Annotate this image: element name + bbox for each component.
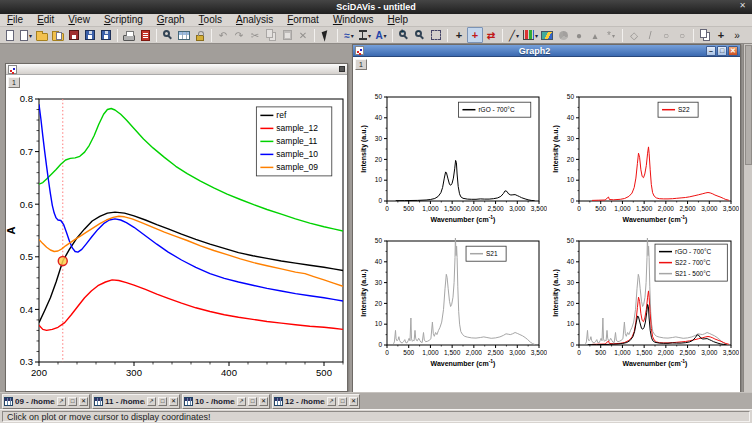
toolbar-separator	[622, 29, 623, 42]
svg-text:50: 50	[375, 237, 383, 244]
taskbar-undock-icon[interactable]: ↗	[147, 397, 156, 406]
results-log-button[interactable]	[176, 27, 192, 43]
scidavis-app: SciDAVis - untitled ✕ FileEditViewScript…	[0, 0, 752, 423]
svg-text:3,000: 3,000	[701, 205, 718, 212]
svg-text:200: 200	[31, 367, 47, 378]
menu-help[interactable]: Help	[380, 14, 415, 26]
draw-line-button[interactable]: ╱▾	[506, 27, 522, 43]
export-pdf-button[interactable]	[137, 27, 153, 43]
raman-plot-rgo[interactable]: 05001,0001,5002,0002,5003,0003,500010203…	[357, 89, 547, 229]
svg-text:2,500: 2,500	[679, 205, 696, 212]
menu-format[interactable]: Format	[280, 14, 326, 26]
open-template-button[interactable]	[50, 27, 66, 43]
app-titlebar[interactable]: SciDAVis - untitled ✕	[0, 0, 752, 14]
svg-text:50: 50	[567, 93, 575, 100]
graph2-titlebar[interactable]: Graph2 –□✕	[353, 45, 740, 57]
add-image-button[interactable]	[539, 27, 555, 43]
plot-3d-icon: ●	[576, 30, 582, 41]
import-data-button[interactable]	[66, 27, 82, 43]
open-project-button[interactable]	[34, 27, 50, 43]
taskbar-close-icon[interactable]: ✕	[169, 397, 178, 406]
svg-text:sample_11: sample_11	[276, 136, 317, 146]
taskbar-undock-icon[interactable]: ↗	[57, 397, 66, 406]
save-as-button[interactable]	[98, 27, 114, 43]
arrange-layers-button[interactable]	[697, 27, 713, 43]
taskbar-item-3[interactable]: 10 - /home/...↗□✕	[182, 394, 270, 409]
new-aspect-button[interactable]: ▾	[18, 27, 34, 43]
data-reader-button[interactable]: +	[467, 27, 483, 43]
overflow-button[interactable]: »	[729, 27, 745, 43]
taskbar-close-icon[interactable]: ✕	[259, 397, 268, 406]
taskbar-close-icon[interactable]: ✕	[79, 397, 88, 406]
taskbar-maximize-icon[interactable]: □	[248, 397, 257, 406]
window-minimize-icon[interactable]: –	[706, 46, 716, 56]
menu-bar: FileEditViewScriptingGraphToolsAnalysisF…	[0, 14, 752, 27]
svg-text:3,000: 3,000	[701, 349, 718, 356]
menu-windows[interactable]: Windows	[326, 14, 381, 26]
svg-text:10: 10	[567, 320, 575, 327]
svg-text:0: 0	[577, 349, 581, 356]
add-layer-button[interactable]: +	[713, 27, 729, 43]
menu-graph[interactable]: Graph	[150, 14, 192, 26]
raman-plot-combined[interactable]: 05001,0001,5002,0002,5003,0003,500010203…	[549, 233, 739, 373]
menu-file[interactable]: File	[0, 14, 30, 26]
menu-tools[interactable]: Tools	[192, 14, 229, 26]
add-text-button[interactable]: A▾	[373, 27, 389, 43]
svg-text:3,500: 3,500	[531, 349, 547, 356]
taskbar-maximize-icon[interactable]: □	[338, 397, 347, 406]
raman-plot-s22[interactable]: 05001,0001,5002,0002,5003,0003,500010203…	[549, 89, 739, 229]
taskbar-undock-icon[interactable]: ↗	[327, 397, 336, 406]
save-project-button[interactable]	[82, 27, 98, 43]
window-close-icon[interactable]: ✕	[728, 46, 738, 56]
lock-toolbars-button[interactable]	[192, 27, 208, 43]
plot-window-1[interactable]: 2003004005000.30.40.50.60.70.8Arefsample…	[5, 63, 348, 392]
plot-pie-icon	[559, 31, 568, 40]
plot-type-button[interactable]: ▾	[522, 27, 539, 43]
rescale-to-show-all-button[interactable]	[428, 27, 444, 43]
graph2-window[interactable]: Graph2 –□✕ 1 05001,0001,5002,0002,5003,0…	[352, 44, 741, 392]
menu-scripting[interactable]: Scripting	[97, 14, 150, 26]
workspace-vertical-scrollbar[interactable]	[743, 44, 752, 392]
print-button[interactable]	[121, 27, 137, 43]
window-maximize-icon[interactable]: □	[717, 46, 727, 56]
overflow-icon: »	[734, 30, 740, 41]
taskbar-maximize-icon[interactable]: □	[68, 397, 77, 406]
dropdown-arrow-icon: ▾	[535, 32, 538, 39]
menu-analysis[interactable]: Analysis	[229, 14, 280, 26]
taskbar-close-icon[interactable]: ✕	[349, 397, 358, 406]
taskbar-item-2[interactable]: 11 - /home/...↗□✕	[92, 394, 180, 409]
new-project-button[interactable]	[2, 27, 18, 43]
draw-tool-icon: /	[649, 30, 652, 41]
svg-text:1,500: 1,500	[636, 205, 653, 212]
taskbar-item-4[interactable]: 12 - /home/...↗□✕	[272, 394, 360, 409]
project-explorer-button[interactable]	[160, 27, 176, 43]
zoom-in-button[interactable]: +	[396, 27, 412, 43]
svg-text:0: 0	[378, 197, 382, 204]
app-close-icon[interactable]: ✕	[739, 1, 746, 10]
dropdown-arrow-icon: ▾	[351, 32, 354, 39]
svg-text:3,500: 3,500	[723, 205, 739, 212]
data-reader-icon: +	[472, 30, 478, 40]
taskbar-undock-icon[interactable]: ↗	[237, 397, 246, 406]
select-pointer-icon	[322, 30, 331, 41]
layer-button[interactable]: 1	[8, 77, 20, 88]
menu-view[interactable]: View	[61, 14, 97, 26]
table-icon	[274, 397, 283, 406]
taskbar-maximize-icon[interactable]: □	[158, 397, 167, 406]
plot-window-1-titlebar[interactable]	[6, 64, 347, 75]
absorbance-plot[interactable]: 2003004005000.30.40.50.60.70.8Arefsample…	[6, 75, 347, 391]
window-menu-icon[interactable]	[339, 66, 345, 72]
add-curve-button[interactable]: ≈▾	[341, 27, 357, 43]
menu-edit[interactable]: Edit	[30, 14, 61, 26]
raman-plot-s21[interactable]: 05001,0001,5002,0002,5003,0003,500010203…	[357, 233, 547, 373]
select-data-range-button[interactable]: ⇄	[483, 27, 499, 43]
taskbar-item-1[interactable]: 09 - /home/...↗□✕	[2, 394, 90, 409]
select-pointer-button[interactable]	[318, 27, 334, 43]
screen-reader-button[interactable]: +	[451, 27, 467, 43]
zoom-out-button[interactable]: −	[412, 27, 428, 43]
add-error-bars-button[interactable]: ▾	[357, 27, 373, 43]
scrollbar-thumb[interactable]	[745, 45, 752, 165]
toolbar-separator	[392, 29, 393, 42]
layer-button[interactable]: 1	[355, 59, 367, 70]
svg-text:3,000: 3,000	[509, 349, 526, 356]
